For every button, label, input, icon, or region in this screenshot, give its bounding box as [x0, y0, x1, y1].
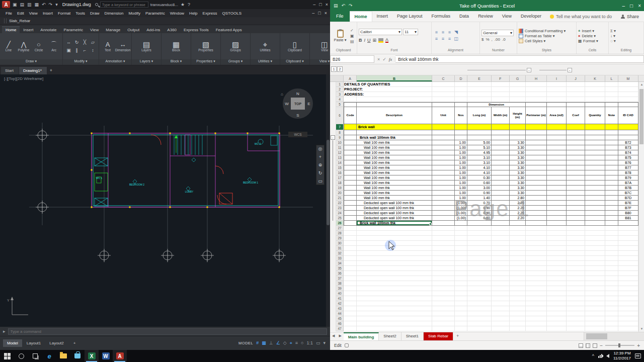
cell-B12[interactable]: Wall 100 mm thk	[357, 150, 432, 155]
cell-J18[interactable]	[567, 180, 585, 186]
cell-K8[interactable]	[585, 130, 605, 135]
cell-I34[interactable]	[547, 261, 567, 266]
cell-J27[interactable]	[567, 226, 585, 231]
open-file-icon[interactable]: ▤	[20, 2, 25, 7]
row-header-1[interactable]: 1	[336, 82, 344, 87]
cell-I12[interactable]	[547, 150, 567, 155]
cell-D31[interactable]	[455, 246, 467, 251]
cell-M1[interactable]	[618, 82, 638, 87]
tool-polyline[interactable]: ⋀Polyline	[17, 41, 30, 52]
cell-E31[interactable]	[467, 246, 492, 251]
cell-H28[interactable]	[526, 231, 547, 236]
cell-L36[interactable]	[605, 271, 618, 276]
cell-M29[interactable]	[618, 236, 638, 241]
cell-L27[interactable]	[605, 226, 618, 231]
cell-G27[interactable]	[510, 226, 526, 231]
cell-K19[interactable]	[585, 186, 605, 191]
cell-G18[interactable]: 3.30	[510, 180, 526, 186]
row-header-15[interactable]: 15	[336, 165, 344, 170]
cell-D43[interactable]	[455, 306, 467, 311]
cell-K5[interactable]	[585, 102, 605, 107]
cell-A3[interactable]: ADDRESS:	[344, 92, 357, 97]
cell-M39[interactable]	[618, 286, 638, 291]
cell-C14[interactable]	[432, 160, 455, 165]
comma-style-icon[interactable]: ,	[492, 37, 493, 42]
cell-B11[interactable]: Wall 100 mm thk	[357, 145, 432, 150]
cell-K39[interactable]	[585, 286, 605, 291]
column-header-L[interactable]: L	[605, 75, 618, 81]
cell-G28[interactable]	[510, 231, 526, 236]
cell-B19[interactable]: Wall 100 mm thk	[357, 186, 432, 191]
cell-M42[interactable]	[618, 301, 638, 306]
row-group-collapse-button[interactable]: -	[331, 135, 335, 140]
sheet-nav-right-icon[interactable]: ▶	[337, 332, 343, 340]
cell-H22[interactable]	[526, 201, 547, 206]
drawing-canvas[interactable]: WC 1BEDROOM 2LOBBYBEDROOM 1WC 2 N W E S …	[0, 74, 330, 327]
excel-tab-insert[interactable]: Insert	[372, 11, 393, 22]
cell-L28[interactable]	[605, 231, 618, 236]
autocad-icon[interactable]: A	[113, 350, 127, 362]
cell-L45[interactable]	[605, 316, 618, 321]
cell-I39[interactable]	[547, 286, 567, 291]
cell-F7[interactable]	[492, 124, 510, 130]
cell-A46[interactable]	[344, 321, 357, 326]
cell-H37[interactable]	[526, 276, 547, 281]
cell-G32[interactable]	[510, 251, 526, 256]
cell-A38[interactable]	[344, 281, 357, 286]
cell-A30[interactable]	[344, 241, 357, 246]
cell-C3[interactable]	[432, 92, 455, 97]
cell-I1[interactable]	[547, 82, 567, 87]
cell-L8[interactable]	[605, 130, 618, 135]
cell-J15[interactable]	[567, 165, 585, 170]
cell-L9[interactable]	[605, 135, 618, 140]
cell-F39[interactable]	[492, 286, 510, 291]
row-header-26[interactable]: 26	[336, 221, 344, 226]
excel-icon[interactable]: X	[85, 350, 99, 362]
paste-button[interactable]: Paste ▾	[332, 23, 349, 48]
cell-M5[interactable]	[618, 102, 638, 107]
cell-K41[interactable]	[585, 296, 605, 301]
row-header-31[interactable]: 31	[336, 246, 344, 251]
cell-I29[interactable]	[547, 236, 567, 241]
outline-level-2-button[interactable]: 2	[337, 66, 343, 72]
help-icon[interactable]: ?	[187, 2, 191, 7]
cell-J34[interactable]	[567, 261, 585, 266]
cell-B41[interactable]	[357, 296, 432, 301]
cell-G35[interactable]	[510, 266, 526, 271]
normal-view-icon[interactable]	[579, 343, 583, 348]
excel-close-button[interactable]: ×	[638, 3, 641, 9]
cell-C24[interactable]	[432, 211, 455, 216]
align-right-icon[interactable]: ≡	[446, 36, 453, 42]
cell-B23[interactable]: Deducted open wall 100 mm thk	[357, 206, 432, 211]
cell-F8[interactable]	[492, 130, 510, 135]
cell-I8[interactable]	[547, 130, 567, 135]
cell-G41[interactable]	[510, 296, 526, 301]
cell-I45[interactable]	[547, 316, 567, 321]
cell-F14[interactable]	[492, 160, 510, 165]
row-header-16[interactable]: 16	[336, 170, 344, 175]
row-header-12[interactable]: 12	[336, 150, 344, 155]
action-center-icon[interactable]	[635, 353, 641, 358]
cell-L43[interactable]	[605, 306, 618, 311]
cell-M45[interactable]	[618, 316, 638, 321]
cell-L40[interactable]	[605, 291, 618, 296]
cell-K32[interactable]	[585, 251, 605, 256]
sheet-nav-left-icon[interactable]: ◀	[330, 332, 337, 340]
row-header-11[interactable]: 11	[336, 145, 344, 150]
format-painter-icon[interactable]: ▤	[350, 39, 354, 44]
alignment-group-label[interactable]: Alignment	[433, 48, 478, 54]
row-header-40[interactable]: 40	[336, 291, 344, 296]
doc-close-button[interactable]: ×	[325, 11, 327, 16]
a360-icon[interactable]: ★	[180, 2, 185, 7]
cell-J45[interactable]	[567, 316, 585, 321]
cell-L41[interactable]	[605, 296, 618, 301]
ribbon-tab-insert[interactable]: Insert	[20, 27, 37, 33]
snap-mode-icon[interactable]: ▦	[260, 340, 268, 346]
cell-J23[interactable]	[567, 206, 585, 211]
cell-E12[interactable]: 4.95	[467, 150, 492, 155]
font-color-button[interactable]: A	[385, 38, 388, 43]
clear-icon[interactable]: ◌▾	[610, 39, 616, 43]
cell-M16[interactable]: B78	[618, 170, 638, 175]
cell-I13[interactable]	[547, 155, 567, 160]
cell-B27[interactable]	[357, 226, 432, 231]
